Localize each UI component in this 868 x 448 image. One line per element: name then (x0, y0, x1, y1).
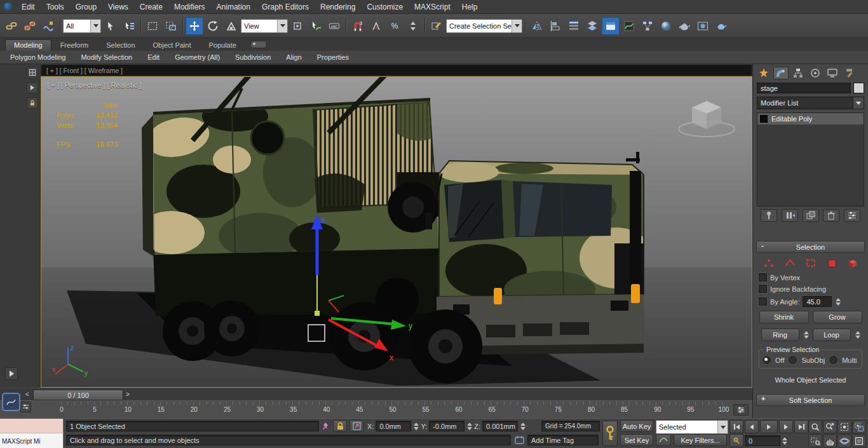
frame-spinner[interactable] (782, 437, 787, 445)
key-filters-button[interactable]: Key Filters... (674, 434, 727, 446)
keyboard-shortcut-override-icon[interactable]: ABC (325, 17, 343, 35)
pan-icon[interactable] (823, 434, 837, 447)
edge-subobject-icon[interactable] (782, 257, 797, 269)
remove-modifier-icon[interactable] (823, 209, 839, 222)
next-frame-button[interactable] (779, 420, 793, 433)
ring-spinner[interactable] (804, 331, 809, 339)
zoom-extents-all-icon[interactable] (852, 420, 866, 433)
select-and-rotate-icon[interactable] (204, 17, 222, 35)
render-production-icon[interactable] (712, 17, 730, 35)
shrink-button[interactable]: Shrink (759, 311, 809, 323)
ribbon-panel-item[interactable]: Modify Selection (81, 53, 132, 61)
ribbon-panel-item[interactable]: Properties (317, 53, 349, 61)
modify-tab-icon[interactable] (773, 67, 789, 79)
window-crossing-toggle-icon[interactable] (162, 17, 180, 35)
menu-item[interactable]: Tools (41, 1, 70, 13)
time-next-arrow[interactable]: > (123, 390, 132, 398)
preview-subobj-radio[interactable] (789, 356, 797, 364)
ring-button[interactable]: Ring (761, 329, 799, 341)
expand-panel-arrow-button[interactable] (5, 367, 18, 380)
z-coordinate-field[interactable]: 0.001mm (482, 421, 518, 431)
object-color-swatch[interactable] (853, 83, 864, 93)
perspective-viewport[interactable]: z y x [ + ] [ Perspective ] [ Realistic … (41, 76, 752, 388)
schematic-view-icon[interactable] (639, 17, 656, 35)
vertex-subobject-icon[interactable] (761, 257, 776, 269)
selection-pin-icon[interactable] (322, 423, 329, 430)
reference-coordinate-combo[interactable]: View (241, 19, 288, 33)
zoom-icon[interactable] (808, 420, 822, 433)
menu-item[interactable]: Group (70, 1, 102, 13)
stack-onoff-icon[interactable] (760, 115, 768, 123)
viewport-label[interactable]: [ + ] [ Perspective ] [ Realistic ] (47, 81, 141, 89)
zoom-extents-icon[interactable] (837, 420, 851, 433)
by-vertex-checkbox[interactable] (759, 273, 767, 282)
x-coordinate-field[interactable]: 0.0mm (376, 421, 411, 431)
polygon-subobject-icon[interactable] (824, 257, 839, 269)
by-angle-checkbox[interactable] (759, 297, 767, 306)
y-spinner[interactable] (467, 423, 472, 430)
open-mini-curve-editor-button[interactable] (2, 393, 20, 411)
loop-button[interactable]: Loop (813, 329, 851, 341)
maximize-viewport-toggle-icon[interactable] (852, 434, 866, 447)
rectangular-selection-region-icon[interactable] (144, 17, 161, 35)
toggle-layer-explorer-icon[interactable] (583, 17, 601, 35)
angle-spinner[interactable] (836, 298, 841, 306)
preview-off-radio[interactable] (763, 356, 771, 364)
menu-item[interactable]: Help (456, 1, 484, 13)
motion-tab-icon[interactable] (808, 67, 823, 79)
ribbon-panel-item[interactable]: Geometry (All) (175, 53, 220, 61)
percent-snap-toggle-icon[interactable]: % (386, 17, 403, 35)
selection-filter-combo[interactable]: All (63, 19, 101, 33)
menu-item[interactable]: Views (102, 1, 134, 13)
layout-flyout-arrow-icon[interactable] (27, 82, 38, 93)
preview-multi-radio[interactable] (829, 356, 837, 364)
time-slider-track[interactable]: < 0 / 100 > (0, 388, 752, 400)
auto-key-button[interactable]: Auto Key (620, 420, 653, 432)
soft-selection-rollout-header[interactable]: + Soft Selection (756, 394, 865, 406)
maxscript-macro-recorder[interactable] (0, 419, 64, 433)
time-slider-handle[interactable]: 0 / 100 (33, 390, 123, 400)
align-icon[interactable] (546, 17, 564, 35)
front-viewport-label[interactable]: [ + ] [ Front ] [ Wireframe ] (46, 67, 123, 74)
go-to-start-button[interactable] (729, 420, 743, 433)
toggle-ribbon-icon[interactable] (602, 17, 620, 35)
menu-item[interactable]: Edit (16, 1, 41, 13)
configure-modifier-sets-icon[interactable] (844, 209, 860, 222)
ribbon-panel-item[interactable]: Polygon Modeling (10, 53, 65, 61)
z-spinner[interactable] (520, 423, 526, 430)
ribbon-tab-populate[interactable]: Populate (200, 39, 245, 51)
select-and-move-icon[interactable] (186, 17, 203, 35)
ribbon-tab-selection[interactable]: Selection (97, 39, 144, 51)
zoom-region-icon[interactable] (808, 434, 822, 447)
set-keys-button[interactable] (602, 421, 618, 446)
menu-item[interactable]: Customize (361, 1, 409, 13)
material-editor-icon[interactable] (657, 17, 675, 35)
app-menu-icon[interactable] (4, 3, 12, 11)
menu-item[interactable]: MAXScript (409, 1, 456, 13)
previous-frame-button[interactable] (745, 420, 759, 433)
loop-spinner[interactable] (855, 331, 860, 339)
angle-snap-toggle-icon[interactable] (367, 17, 385, 35)
ribbon-display-toggle[interactable] (250, 41, 267, 48)
display-tab-icon[interactable] (825, 67, 840, 79)
modifier-list-dropdown[interactable]: Modifier List (757, 97, 864, 109)
curve-editor-icon[interactable] (620, 17, 638, 35)
menu-item[interactable]: Create (134, 1, 168, 13)
viewcube[interactable] (672, 90, 742, 143)
selection-lock-toggle[interactable] (333, 420, 347, 432)
rendered-frame-window-icon[interactable] (694, 17, 712, 35)
pin-stack-icon[interactable] (761, 209, 777, 222)
absolute-mode-transform-icon[interactable] (349, 420, 363, 432)
maxscript-mini-listener[interactable]: MAXScript Mi (0, 433, 64, 448)
go-to-end-button[interactable] (794, 420, 808, 433)
object-name-field[interactable]: stage (757, 83, 851, 93)
select-and-scale-icon[interactable] (222, 17, 240, 35)
mirror-icon[interactable] (528, 17, 546, 35)
ribbon-tab-modeling[interactable]: Modeling (5, 39, 51, 51)
unlink-selection-icon[interactable] (21, 17, 39, 35)
bind-to-space-warp-icon[interactable] (39, 17, 57, 35)
viewport-layout-tabs-icon[interactable] (27, 67, 38, 78)
create-tab-icon[interactable] (756, 67, 771, 79)
snaps-toggle-3d-icon[interactable]: 3 (349, 17, 367, 35)
selection-rollout-header[interactable]: - Selection (756, 241, 865, 253)
